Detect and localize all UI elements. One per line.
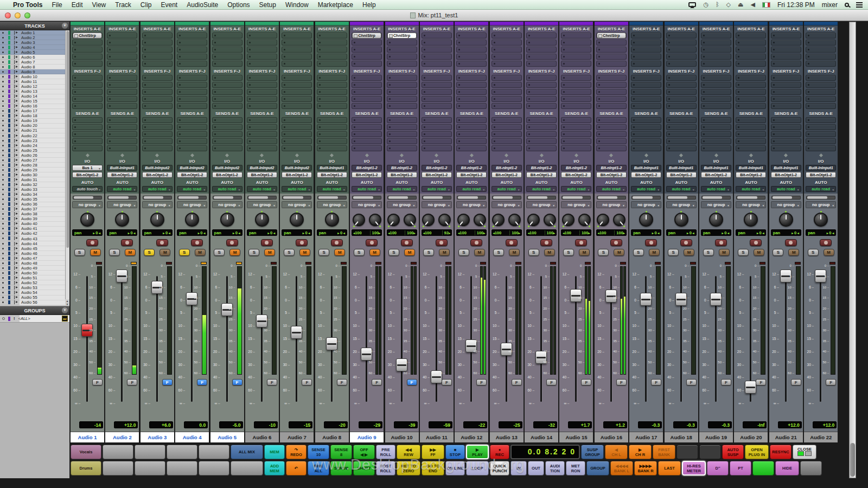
- insert-slot-b[interactable]: [282, 40, 312, 46]
- insert-slot-i[interactable]: [142, 96, 173, 102]
- send-slot-c[interactable]: [177, 131, 207, 137]
- group-sort-badge[interactable]: az: [62, 316, 68, 322]
- mute-button[interactable]: M: [649, 249, 660, 256]
- insert-slot-h[interactable]: [526, 89, 557, 95]
- send-slot-e[interactable]: [771, 145, 801, 151]
- send-slot-e[interactable]: [72, 145, 103, 151]
- insert-slot-j[interactable]: [247, 103, 277, 109]
- group-selector[interactable]: no group▼: [526, 201, 557, 208]
- track-color-bar[interactable]: [420, 22, 454, 25]
- insert-slot-f[interactable]: [492, 75, 522, 81]
- group-mini-scrollbar[interactable]: [317, 196, 347, 200]
- pan-knob-left[interactable]: [527, 214, 540, 226]
- insert-slot-j[interactable]: [352, 103, 382, 109]
- record-arm-button[interactable]: [226, 239, 238, 246]
- blank-button[interactable]: [199, 461, 229, 476]
- track-name[interactable]: Audio 11: [420, 432, 454, 442]
- mute-button[interactable]: M: [159, 249, 170, 256]
- mute-button[interactable]: M: [125, 249, 136, 256]
- input-selector[interactable]: Blt-nInpt1-2▼: [561, 165, 591, 171]
- track-show-dot-icon[interactable]: [2, 208, 4, 210]
- insert-slot-f[interactable]: [806, 75, 836, 81]
- solo-button[interactable]: S: [528, 249, 539, 256]
- group-mini-scrollbar[interactable]: [561, 196, 591, 200]
- pan-display[interactable]: pan 0: [771, 229, 801, 236]
- group-mini-scrollbar[interactable]: [387, 196, 417, 200]
- insert-slot-g[interactable]: [666, 82, 697, 88]
- insert-slot-c[interactable]: [142, 47, 173, 53]
- send-slot-d[interactable]: [771, 138, 801, 144]
- pan-knob[interactable]: [255, 213, 269, 227]
- solo-button[interactable]: S: [493, 249, 504, 256]
- track-show-dot-icon[interactable]: [2, 66, 4, 68]
- pan-display[interactable]: pan 0: [317, 229, 347, 236]
- send-slot-d[interactable]: [282, 138, 312, 144]
- mute-button[interactable]: M: [509, 249, 520, 256]
- pan-knob-left[interactable]: [353, 214, 365, 226]
- track-show-dot-icon[interactable]: [2, 282, 4, 284]
- insert-plugin-button[interactable]: ChnlStrp: [73, 33, 102, 38]
- track-show-dot-icon[interactable]: [2, 164, 4, 166]
- pan-display[interactable]: pan 0: [701, 229, 731, 236]
- scrollbar-thumb[interactable]: [850, 443, 855, 477]
- send-slot-c[interactable]: [352, 131, 382, 137]
- send-slot-d[interactable]: [352, 138, 382, 144]
- input-selector[interactable]: Built-InInput1▼: [736, 165, 766, 171]
- group-selector[interactable]: no group▼: [107, 201, 137, 208]
- track-color-bar[interactable]: [385, 22, 419, 25]
- record-arm-button[interactable]: [261, 239, 273, 246]
- volume-display[interactable]: -10: [254, 421, 278, 428]
- clip-indicator[interactable]: [131, 262, 137, 265]
- pan-display[interactable]: pan 0: [282, 229, 312, 236]
- group-selector[interactable]: no group▼: [352, 201, 382, 208]
- input-selector[interactable]: Blt-nInpt1-2▼: [492, 165, 522, 171]
- pan-display[interactable]: pan 0: [177, 229, 207, 236]
- volume-display[interactable]: -20: [324, 421, 348, 428]
- fader-group-button[interactable]: F: [92, 379, 103, 386]
- insert-slot-f[interactable]: [736, 75, 766, 81]
- solo-button[interactable]: S: [633, 249, 644, 256]
- track-name[interactable]: Audio 21: [769, 432, 803, 442]
- transport-button[interactable]: ↶: [286, 461, 307, 476]
- fader-group-button[interactable]: F: [616, 379, 627, 386]
- send-slot-c[interactable]: [596, 131, 627, 137]
- send-slot-b[interactable]: [526, 124, 557, 130]
- send-slot-e[interactable]: [631, 145, 661, 151]
- input-selector[interactable]: Blt-nInpt1-2▼: [456, 165, 487, 171]
- send-slot-e[interactable]: [177, 145, 207, 151]
- insert-slot-h[interactable]: [666, 89, 697, 95]
- insert-slot-d[interactable]: [771, 54, 801, 60]
- blank-button[interactable]: [167, 445, 197, 459]
- clip-indicator[interactable]: [236, 262, 242, 265]
- transport-button[interactable]: ◀ CH L: [605, 445, 628, 459]
- automation-mode-selector[interactable]: auto read▼: [212, 186, 242, 192]
- pan-display[interactable]: pan 0: [142, 229, 173, 236]
- clip-indicator[interactable]: [795, 262, 801, 265]
- wifi-icon[interactable]: ◇: [726, 1, 731, 8]
- track-name[interactable]: Audio 2: [105, 432, 139, 442]
- send-slot-b[interactable]: [317, 124, 347, 130]
- volume-display[interactable]: -15: [289, 421, 312, 428]
- insert-slot-g[interactable]: [736, 82, 766, 88]
- track-show-dot-icon[interactable]: [2, 135, 4, 137]
- volume-display[interactable]: -32: [533, 421, 557, 428]
- automation-mode-selector[interactable]: auto read▼: [107, 186, 137, 192]
- pan-knob-right[interactable]: [613, 214, 626, 226]
- mute-button[interactable]: M: [719, 249, 730, 256]
- send-slot-d[interactable]: [492, 138, 522, 144]
- automation-mode-selector[interactable]: auto read▼: [247, 186, 277, 192]
- pan-knob[interactable]: [639, 213, 653, 227]
- insert-slot-h[interactable]: [107, 89, 137, 95]
- track-show-dot-icon[interactable]: [2, 194, 4, 195]
- insert-slot-h[interactable]: [72, 89, 103, 95]
- insert-slot-f[interactable]: [352, 75, 382, 81]
- insert-slot-h[interactable]: [561, 89, 591, 95]
- insert-slot-j[interactable]: [526, 103, 557, 109]
- automation-mode-selector[interactable]: auto read▼: [492, 186, 522, 192]
- insert-slot-i[interactable]: [456, 96, 487, 102]
- input-selector[interactable]: Built-InInput1▼: [771, 165, 801, 171]
- pan-display-stereo[interactable]: 100 100: [387, 229, 417, 236]
- insert-slot-g[interactable]: [422, 82, 452, 88]
- clip-indicator[interactable]: [515, 262, 521, 265]
- insert-slot-a[interactable]: [107, 33, 137, 38]
